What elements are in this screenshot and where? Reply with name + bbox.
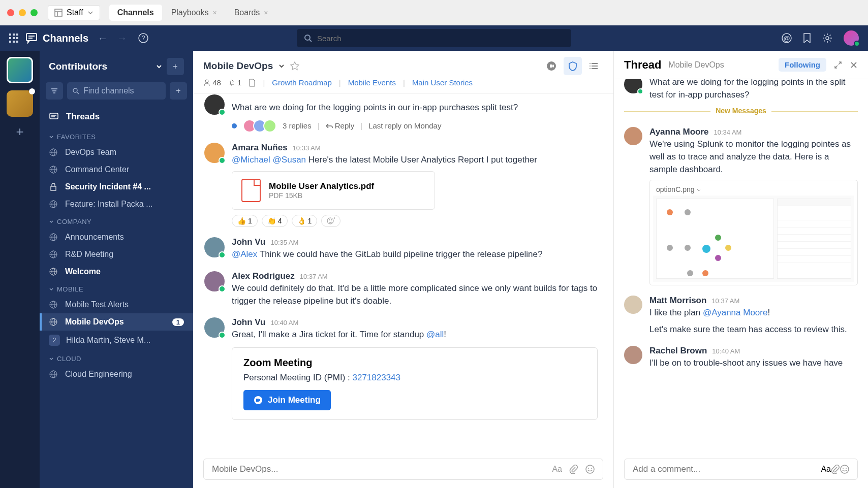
server-button-2[interactable] xyxy=(7,90,33,117)
global-search[interactable] xyxy=(297,29,571,47)
add-reaction-button[interactable]: + xyxy=(321,215,340,227)
sidebar-item-devops-team[interactable]: DevOps Team xyxy=(40,144,193,161)
sidebar-item-dm-hilda[interactable]: 2Hilda Martin, Steve M... xyxy=(40,331,193,350)
svg-text:+: + xyxy=(333,217,335,220)
search-input[interactable] xyxy=(317,34,564,43)
tab-channels[interactable]: Channels xyxy=(109,5,162,21)
avatar[interactable] xyxy=(204,143,225,163)
help-icon[interactable]: ? xyxy=(138,33,148,43)
sidebar-item-mobile-devops[interactable]: Mobile DevOps1 xyxy=(40,313,193,331)
svg-point-71 xyxy=(586,465,594,473)
user-avatar[interactable] xyxy=(844,30,859,46)
file-icon[interactable] xyxy=(249,79,256,87)
nav-forward[interactable]: → xyxy=(117,32,127,44)
mention[interactable]: @Susan xyxy=(273,155,306,165)
avatar[interactable] xyxy=(624,127,642,145)
link-growth-roadmap[interactable]: Growth Roadmap xyxy=(272,78,332,87)
compose-box[interactable]: Aa xyxy=(203,459,603,480)
sidebar-item-command-center[interactable]: Command Center xyxy=(40,161,193,178)
mention[interactable]: @Ayanna Moore xyxy=(703,308,768,317)
avatar[interactable] xyxy=(624,79,642,93)
formatting-button[interactable]: Aa xyxy=(821,465,831,474)
apps-grid-icon[interactable] xyxy=(9,34,18,43)
filter-button[interactable] xyxy=(46,82,63,100)
thread-compose-box[interactable]: Aa xyxy=(624,459,858,480)
maximize-window-icon[interactable] xyxy=(30,9,38,16)
sidebar-item-welcome[interactable]: Welcome xyxy=(40,263,193,280)
pinned-count[interactable]: 1 xyxy=(228,78,242,87)
server-button-1[interactable] xyxy=(7,57,33,83)
attach-button[interactable] xyxy=(831,465,840,474)
emoji-button[interactable] xyxy=(585,465,595,474)
following-button[interactable]: Following xyxy=(779,58,826,72)
filter-icon xyxy=(50,87,58,95)
avatar[interactable] xyxy=(204,271,225,291)
member-count[interactable]: 48 xyxy=(203,78,221,87)
reaction[interactable]: 👍1 xyxy=(232,215,258,227)
video-call-button[interactable] xyxy=(542,57,561,75)
team-header[interactable]: Contributors + xyxy=(40,51,193,82)
status-online-icon xyxy=(219,157,226,164)
threads-button[interactable]: Threads xyxy=(40,106,193,128)
sidebar-item-feature-install[interactable]: Feature: Install Packa ... xyxy=(40,196,193,213)
avatar[interactable] xyxy=(624,296,642,314)
sidebar-item-cloud-engineering[interactable]: Cloud Engineering xyxy=(40,366,193,383)
formatting-button[interactable]: Aa xyxy=(552,465,562,474)
mentions-icon[interactable]: @ xyxy=(782,33,792,43)
avatar[interactable] xyxy=(204,317,225,338)
link-mobile-events[interactable]: Mobile Events xyxy=(348,78,396,87)
thread-compose-input[interactable] xyxy=(633,464,821,474)
avatar[interactable] xyxy=(624,346,642,364)
tab-boards[interactable]: Boards× xyxy=(226,5,276,21)
mention[interactable]: @Michael xyxy=(232,155,270,165)
channel-title: Mobile DevOps xyxy=(203,60,273,72)
new-button[interactable]: + xyxy=(167,58,184,75)
add-channel-button[interactable]: + xyxy=(170,82,187,100)
sidebar-item-mobile-test-alerts[interactable]: Mobile Test Alerts xyxy=(40,296,193,313)
sidebar-item-rd-meeting[interactable]: R&D Meeting xyxy=(40,246,193,263)
close-icon[interactable]: × xyxy=(264,9,268,17)
reaction[interactable]: 👏4 xyxy=(262,215,288,227)
chevron-down-icon[interactable] xyxy=(278,62,285,70)
workspace-selector[interactable]: Staff xyxy=(48,5,100,20)
minimize-window-icon[interactable] xyxy=(19,9,26,16)
mention[interactable]: @Alex xyxy=(232,249,257,259)
file-attachment[interactable]: Mobile User Analytics.pdfPDF 15KB xyxy=(232,171,435,210)
shield-button[interactable] xyxy=(564,57,582,75)
join-meeting-button[interactable]: Join Meeting xyxy=(243,390,331,410)
sidebar-item-security-incident[interactable]: Security Incident #4 ... xyxy=(40,178,193,196)
section-favorites[interactable]: FAVORITES xyxy=(40,128,193,144)
smiley-plus-icon: + xyxy=(327,217,335,225)
boards-toggle-button[interactable] xyxy=(585,57,603,75)
tab-playbooks[interactable]: Playbooks× xyxy=(163,5,225,21)
gear-icon[interactable] xyxy=(822,33,832,43)
section-mobile[interactable]: MOBILE xyxy=(40,280,193,296)
mention[interactable]: @all xyxy=(426,330,444,339)
nav-right: @ xyxy=(782,30,859,46)
close-window-icon[interactable] xyxy=(7,9,14,16)
find-channels-input[interactable]: Find channels xyxy=(67,82,166,100)
compose-input[interactable] xyxy=(212,464,545,474)
bookmark-icon[interactable] xyxy=(803,33,811,43)
expand-icon[interactable] xyxy=(833,60,843,70)
reply-link[interactable]: Reply xyxy=(326,121,355,130)
attach-button[interactable] xyxy=(569,465,578,474)
star-icon[interactable] xyxy=(290,61,299,71)
link-main-user-stories[interactable]: Main User Stories xyxy=(412,78,473,87)
nav-back[interactable]: ← xyxy=(98,32,108,44)
close-icon[interactable] xyxy=(850,61,858,69)
reaction[interactable]: 👌1 xyxy=(292,215,318,227)
add-server-button[interactable]: + xyxy=(16,124,23,140)
section-cloud[interactable]: CLOUD xyxy=(40,350,193,366)
image-attachment[interactable]: optionC.png xyxy=(649,180,858,285)
find-row: Find channels + xyxy=(40,82,193,106)
message-text: @Alex Think we could have the GitLab bui… xyxy=(232,248,602,261)
thread-replies[interactable]: 3 replies | Reply | Last reply on Monday xyxy=(232,119,602,133)
message: John Vu10:40 AM Great, I'll make a Jira … xyxy=(204,317,602,420)
close-icon[interactable]: × xyxy=(212,9,216,17)
emoji-button[interactable] xyxy=(840,465,849,474)
sidebar-item-announcements[interactable]: Announcements xyxy=(40,229,193,246)
avatar[interactable] xyxy=(204,94,225,115)
section-company[interactable]: COMPANY xyxy=(40,213,193,229)
avatar[interactable] xyxy=(204,237,225,257)
